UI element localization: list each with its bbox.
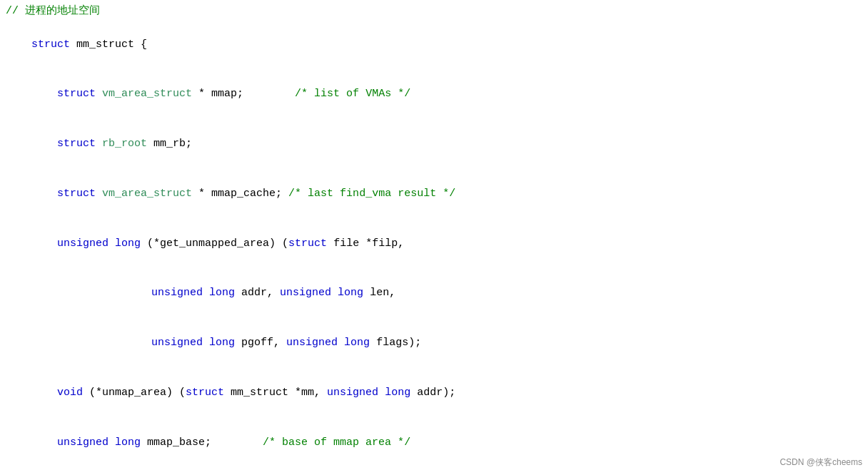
line-unmap-area: void (*unmap_area) (struct mm_struct *mm… <box>6 368 868 418</box>
line-mmap-cache: struct vm_area_struct * mmap_cache; /* l… <box>6 169 868 219</box>
line-get-unmapped-1: unsigned long (*get_unmapped_area) (stru… <box>6 218 868 268</box>
line-mm-rb: struct rb_root mm_rb; <box>6 119 868 169</box>
line-struct-open: struct mm_struct { <box>6 19 868 69</box>
code-container: // 进程的地址空间 struct mm_struct { struct vm_… <box>0 0 868 475</box>
line-mmap: struct vm_area_struct * mmap; /* list of… <box>6 69 868 119</box>
line-get-unmapped-3: unsigned long pgoff, unsigned long flags… <box>6 318 868 368</box>
watermark: CSDN @侠客cheems <box>779 456 862 469</box>
header-comment: // 进程的地址空间 <box>6 3 868 19</box>
line-mmap-base: unsigned long mmap_base; /* base of mmap… <box>6 417 868 467</box>
line-task-size: unsigned long task_size; /* size of task… <box>6 467 868 475</box>
line-get-unmapped-2: unsigned long addr, unsigned long len, <box>6 268 868 318</box>
